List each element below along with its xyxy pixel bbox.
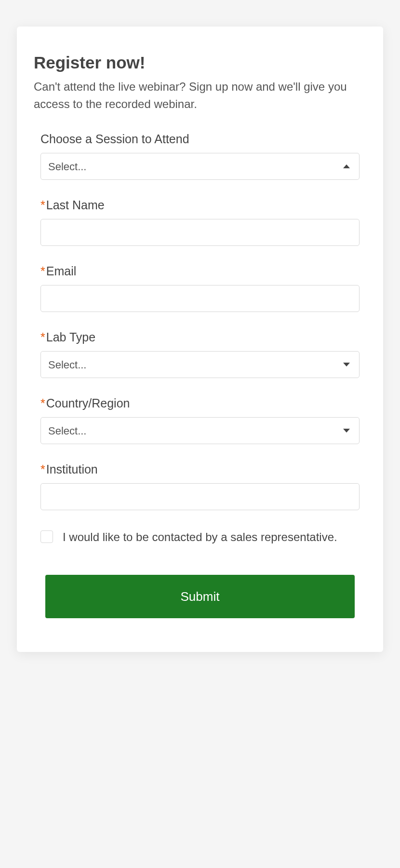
label-last-name: *Last Name [40,198,360,212]
submit-button[interactable]: Submit [45,575,355,618]
input-email[interactable] [40,285,360,312]
select-wrapper-country: Select... [40,417,360,444]
field-lab-type: *Lab Type Select... [40,330,360,378]
select-wrapper-lab-type: Select... [40,351,360,378]
required-mark: * [40,396,45,410]
required-mark: * [40,264,45,278]
label-session: Choose a Session to Attend [40,132,360,146]
field-last-name: *Last Name [40,198,360,246]
form-subheading: Can't attend the live webinar? Sign up n… [34,78,366,113]
field-institution: *Institution [40,462,360,510]
select-country[interactable]: Select... [40,417,360,444]
label-last-name-text: Last Name [46,198,105,212]
registration-card: Register now! Can't attend the live webi… [17,27,383,652]
label-lab-type-text: Lab Type [46,330,95,344]
label-email: *Email [40,264,360,278]
label-email-text: Email [46,264,77,278]
select-lab-type[interactable]: Select... [40,351,360,378]
input-last-name[interactable] [40,219,360,246]
field-country: *Country/Region Select... [40,396,360,444]
input-institution[interactable] [40,483,360,510]
label-institution: *Institution [40,462,360,476]
label-country: *Country/Region [40,396,360,410]
required-mark: * [40,330,45,344]
label-contact-sales: I would like to be contacted by a sales … [63,529,337,546]
label-institution-text: Institution [46,462,98,476]
form-heading: Register now! [34,53,366,72]
required-mark: * [40,462,45,476]
label-country-text: Country/Region [46,396,130,410]
required-mark: * [40,198,45,212]
field-contact-sales: I would like to be contacted by a sales … [40,529,360,546]
field-email: *Email [40,264,360,312]
checkbox-contact-sales[interactable] [40,530,53,543]
field-session: Choose a Session to Attend Select... [40,132,360,180]
label-lab-type: *Lab Type [40,330,360,344]
registration-form: Choose a Session to Attend Select... *La… [34,132,366,618]
select-session[interactable]: Select... [40,153,360,180]
select-wrapper-session: Select... [40,153,360,180]
